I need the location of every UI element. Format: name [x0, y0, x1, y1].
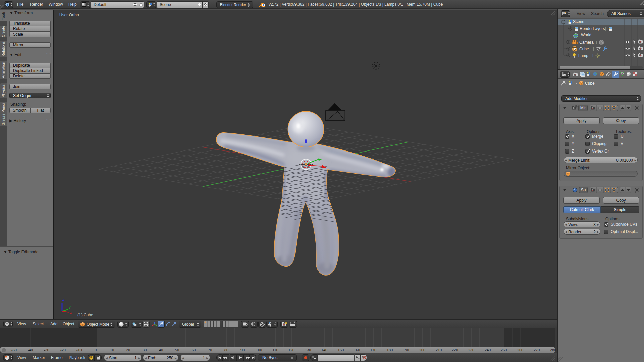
svg-text:|: |: [592, 53, 593, 57]
svg-text:|: |: [605, 26, 606, 31]
svg-text:x: x: [70, 310, 72, 314]
svg-text:Cube: Cube: [579, 47, 589, 51]
svg-text:|: |: [593, 47, 594, 51]
svg-text:Camera: Camera: [579, 40, 594, 45]
svg-text:User Ortho: User Ortho: [59, 13, 79, 17]
svg-text:Lamp: Lamp: [578, 53, 588, 58]
svg-text:(1) Cube: (1) Cube: [77, 313, 93, 317]
svg-text:i: i: [7, 3, 8, 7]
svg-text:|: |: [596, 40, 597, 44]
svg-text:RenderLayers: RenderLayers: [580, 26, 605, 31]
svg-text:z: z: [62, 297, 64, 301]
svg-text:y: y: [69, 305, 71, 309]
